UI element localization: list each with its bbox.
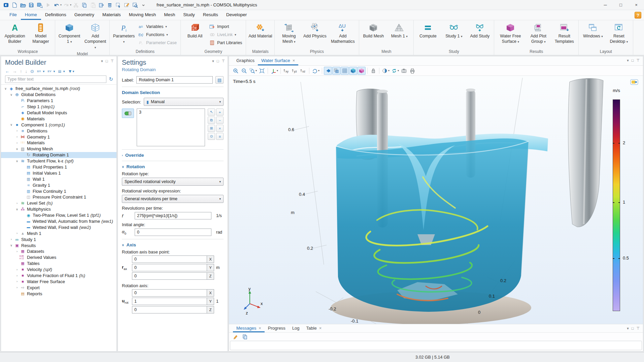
tab-table[interactable]: Table×: [303, 324, 325, 332]
tab-log[interactable]: Log: [289, 324, 303, 332]
tree-item-pressure-point-constraint-1[interactable]: ◫Pressure Point Constraint 1: [1, 194, 116, 200]
section-override[interactable]: › Override: [122, 153, 224, 158]
tree-item-export[interactable]: ›⇨Export: [1, 284, 116, 291]
redo-icon[interactable]: [62, 1, 70, 9]
parameter-case-button[interactable]: PiParameter Case: [137, 39, 178, 46]
create-selection-icon[interactable]: ↖: [208, 109, 215, 116]
menu-file[interactable]: File: [5, 10, 21, 20]
tree-item-velocity[interactable]: ›■Velocity(spf): [1, 267, 116, 273]
tab-messages[interactable]: Messages×: [233, 324, 265, 332]
tree-item-derived-values[interactable]: 8.85e-12Derived Values: [1, 254, 116, 261]
tree-item-reports[interactable]: ▤Reports: [1, 291, 116, 297]
view-yz-icon[interactable]: yz: [291, 67, 299, 75]
model-manager-button[interactable]: Model Manager: [28, 21, 54, 48]
windows-button[interactable]: Windows ▾: [580, 21, 606, 48]
panel-menu-icon[interactable]: ▾: [627, 58, 629, 63]
refresh-icon[interactable]: ↻: [109, 76, 113, 82]
study-1-button[interactable]: Study 1 ▾: [441, 21, 467, 48]
tree-expander-icon[interactable]: ∨: [14, 159, 20, 163]
remove-selection-icon[interactable]: −: [216, 117, 224, 124]
tree-item-default-model-inputs[interactable]: ◈Default Model Inputs: [1, 110, 116, 116]
move-up-icon[interactable]: ↑: [20, 69, 22, 74]
view-lock-icon[interactable]: [369, 67, 377, 75]
zoom-box-icon[interactable]: ▾: [248, 67, 258, 75]
base-point-y-input[interactable]: 0: [132, 264, 207, 271]
menu-materials[interactable]: Materials: [98, 10, 125, 20]
rve-dropdown[interactable]: General revolutions per time ▾: [122, 195, 224, 203]
filter-icon[interactable]: ▼▾: [68, 69, 74, 74]
tree-expander-icon[interactable]: ∨: [9, 244, 14, 247]
panel-pin-icon[interactable]: ⊤: [110, 59, 114, 63]
copy-selection-icon[interactable]: ⧉: [208, 117, 215, 124]
nav-back-icon[interactable]: ←: [5, 69, 9, 74]
clear-selection-icon[interactable]: ×: [216, 125, 224, 132]
tree-item-level-set[interactable]: ›≋Level Set(ls): [1, 200, 116, 206]
collapse-all-icon[interactable]: ≡˅ ▾: [47, 69, 55, 74]
zoom-out-icon[interactable]: [240, 67, 248, 75]
component-1-button[interactable]: Component 1 ▾: [57, 21, 82, 51]
tree-expander-icon[interactable]: ›: [14, 129, 20, 132]
application-builder-button[interactable]: AApplication Builder: [2, 21, 28, 48]
tab-progress[interactable]: Progress: [265, 324, 289, 332]
tree-expander-icon[interactable]: ∨: [14, 147, 20, 151]
snapshot-icon[interactable]: [400, 67, 408, 75]
save-as-icon[interactable]: [36, 1, 44, 9]
print-icon[interactable]: [408, 67, 416, 75]
new-file-icon[interactable]: [10, 1, 19, 9]
comsol-logo-icon[interactable]: [2, 1, 10, 9]
panel-float-icon[interactable]: □: [106, 59, 108, 63]
delete-icon[interactable]: [106, 1, 114, 9]
tree-filter-input[interactable]: [5, 76, 106, 83]
panel-pin-icon[interactable]: ⊤: [222, 59, 225, 63]
build-all-button[interactable]: Build All: [182, 21, 208, 48]
undo-icon[interactable]: [53, 1, 61, 9]
tree-item-definitions[interactable]: ›≡Definitions: [1, 128, 116, 134]
panel-float-icon[interactable]: □: [632, 58, 634, 63]
section-domain-selection[interactable]: Domain Selection: [122, 90, 224, 95]
add-selection-icon[interactable]: +: [216, 109, 224, 116]
plot-settings-icon[interactable]: ▾: [391, 67, 400, 75]
tree-item-wetted-wall-automatic-from-frame[interactable]: ▬Wetted Wall, Automatic from frame(ww1): [1, 218, 116, 224]
tree-item-free-surface-mixer-ls-mph[interactable]: ∨◈free_surface_mixer_ls.mph(root): [1, 86, 116, 92]
section-axis[interactable]: ∨ Axis: [122, 242, 224, 247]
close-tab-icon[interactable]: ×: [319, 326, 322, 332]
tree-item-component-1[interactable]: ∨■Component 1(comp1): [1, 122, 116, 128]
moving-mesh-button[interactable]: Moving Mesh ▾: [276, 21, 302, 48]
node-text-icon[interactable]: ▤ ▾: [58, 69, 65, 74]
show-grid-icon[interactable]: [341, 67, 349, 75]
selection-dropdown[interactable]: ▮ Manual ▾: [144, 98, 224, 106]
help-button[interactable]: ?: [635, 12, 641, 19]
zoom-extents-icon[interactable]: [258, 67, 266, 75]
panel-float-icon[interactable]: □: [632, 326, 634, 331]
open-file-icon[interactable]: [19, 1, 27, 9]
result-templates-button[interactable]: Result Templates: [551, 21, 577, 48]
graphics-canvas[interactable]: Time=5.5 s 0.6 0.4 m 0.2 -0.2 -0.1 0.2 0…: [229, 76, 643, 324]
menu-results[interactable]: Results: [199, 10, 222, 20]
add-physics-button[interactable]: Add Physics: [302, 21, 328, 48]
active-selection-toggle[interactable]: [122, 109, 134, 118]
tree-item-parameters-1[interactable]: PᵢParameters 1: [1, 98, 116, 104]
functions-button[interactable]: f(x)Functions▾: [137, 31, 178, 38]
close-button[interactable]: ×: [629, 0, 644, 10]
tree-item-rotating-domain-1[interactable]: ↻Rotating Domain 1: [1, 152, 116, 158]
tree-item-two-phase-flow-level-set-1[interactable]: ◉Two-Phase Flow, Level Set 1(tpf1): [1, 212, 116, 218]
menu-geometry[interactable]: Geometry: [70, 10, 98, 20]
tree-item-flow-continuity-1[interactable]: ▥Flow Continuity 1: [1, 188, 116, 194]
canvas-corner-icon[interactable]: [630, 79, 638, 86]
menu-moving-mesh[interactable]: Moving Mesh: [125, 10, 160, 20]
tree-expander-icon[interactable]: ›: [14, 202, 20, 205]
menu-study[interactable]: Study: [179, 10, 199, 20]
tree-item-water-free-surface[interactable]: ›■Water Free Surface: [1, 279, 116, 285]
tree-item-materials[interactable]: ›∷∷Materials: [1, 140, 116, 146]
tree-expander-icon[interactable]: ›: [14, 274, 20, 277]
tree-item-step-1[interactable]: ⌐Step 1(step1): [1, 104, 116, 110]
material-color-icon[interactable]: [349, 67, 357, 75]
color-theme-icon[interactable]: ▾: [381, 67, 390, 75]
tree-item-volume-fraction-of-fluid-1[interactable]: ›■Volume Fraction of Fluid 1(ls): [1, 273, 116, 279]
close-tab-icon[interactable]: ×: [259, 326, 261, 331]
dropdown-arrow-icon[interactable]: ▾: [60, 3, 62, 6]
label-input[interactable]: Rotating Domain 1: [136, 76, 213, 84]
compute-button[interactable]: Compute: [415, 21, 441, 48]
paste-icon[interactable]: [89, 1, 97, 9]
tree-item-tables[interactable]: ▦Tables: [1, 261, 116, 267]
